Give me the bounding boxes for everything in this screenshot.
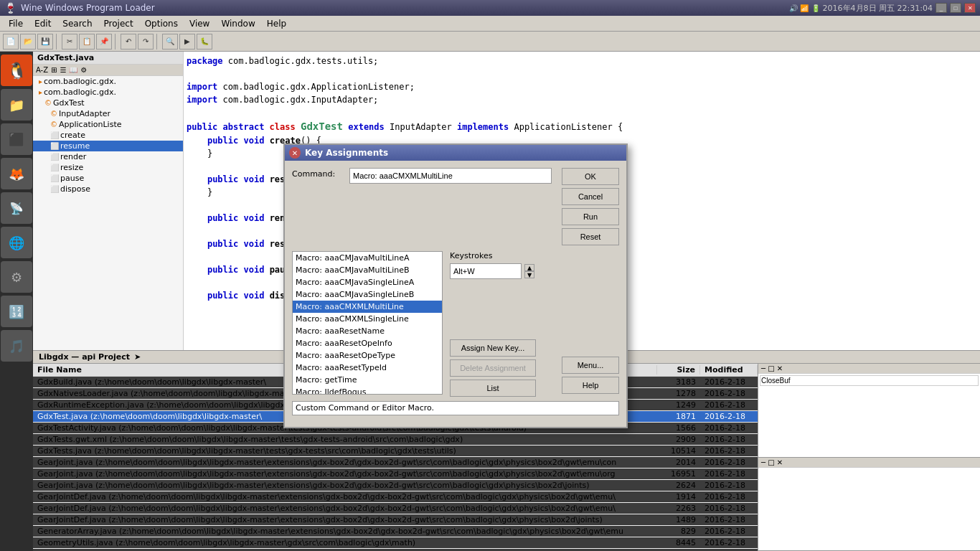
dialog-list-item[interactable]: Macro: IldefBogus: [293, 386, 442, 395]
file-cell-modified: 2016-2-18: [700, 468, 758, 479]
tb-debug[interactable]: 🐛: [197, 34, 212, 50]
file-cell-size: 2909: [657, 434, 700, 445]
sidebar-music[interactable]: 🎵: [1, 330, 32, 362]
dialog-list-button[interactable]: List: [450, 380, 536, 397]
tree-item-label: resume: [60, 141, 90, 151]
close-button[interactable]: ✕: [964, 3, 976, 13]
menu-item-help[interactable]: Help: [261, 17, 292, 30]
file-list-row[interactable]: GearJoint.java (z:\home\doom\doom\libgdx…: [33, 468, 758, 480]
mini-panel-input[interactable]: [760, 375, 979, 386]
file-list-row[interactable]: GearJoint.java (z:\home\doom\doom\libgdx…: [33, 480, 758, 491]
menu-item-view[interactable]: View: [184, 17, 215, 30]
tree-item[interactable]: ▸com.badlogic.gdx.: [33, 76, 183, 87]
tree-icon2[interactable]: ⊞: [51, 66, 57, 74]
dialog-assign-key-button[interactable]: Assign New Key...: [450, 339, 536, 357]
menu-item-search[interactable]: Search: [57, 17, 98, 30]
tb-cut[interactable]: ✂: [62, 34, 77, 50]
dialog-list-item[interactable]: Macro: getTime: [293, 374, 442, 386]
toolbar: 📄 📂 💾 ✂ 📋 📌 ↶ ↷ 🔍 ▶ 🐛: [0, 32, 980, 52]
file-list-row[interactable]: GdxTests.gwt.xml (z:\home\doom\doom\libg…: [33, 434, 758, 446]
tb-run[interactable]: ▶: [179, 34, 195, 50]
tree-item[interactable]: ©ApplicationListe: [33, 119, 183, 130]
menu-item-edit[interactable]: Edit: [29, 17, 57, 30]
sidebar-chrome[interactable]: 🌐: [1, 227, 32, 258]
tree-sort-icon[interactable]: A-Z: [36, 66, 48, 74]
file-list-row[interactable]: GearJointDef.java (z:\home\doom\doom\lib…: [33, 514, 758, 526]
tree-item[interactable]: ⬜resume: [33, 141, 183, 151]
file-list-row[interactable]: GearJointDef.java (z:\home\doom\doom\lib…: [33, 503, 758, 514]
dialog-reset-button[interactable]: Reset: [562, 228, 619, 245]
dialog-list-item[interactable]: Macro: aaaCMXMLMultiLine: [293, 301, 442, 313]
file-list-row[interactable]: GdxTests.java (z:\home\doom\doom\libgdx\…: [33, 446, 758, 457]
dialog-titlebar: ✕ Key Assignments: [285, 145, 626, 161]
dialog-menu-button[interactable]: Menu...: [562, 357, 619, 374]
tree-icon3[interactable]: ☰: [60, 66, 66, 74]
tree-item[interactable]: ⬜dispose: [33, 184, 183, 194]
dialog-help-button[interactable]: Help: [562, 377, 619, 394]
dialog-cancel-button[interactable]: Cancel: [562, 188, 619, 205]
menu-item-options[interactable]: Options: [139, 17, 184, 30]
file-cell-size: 3183: [657, 377, 700, 387]
tree-item[interactable]: ▸com.badlogic.gdx.: [33, 87, 183, 98]
sidebar-settings[interactable]: ⚙: [1, 261, 32, 293]
sidebar-ubuntu[interactable]: 🐧: [1, 55, 32, 86]
scroll-down[interactable]: ▼: [524, 271, 534, 278]
menu-item-file[interactable]: File: [3, 17, 29, 30]
maximize-button[interactable]: □: [950, 3, 961, 13]
tb-undo[interactable]: ↶: [121, 34, 136, 50]
dialog-delete-assignment-button[interactable]: Delete Assignment: [450, 359, 536, 377]
sidebar-terminal[interactable]: ⬛: [1, 123, 32, 155]
sidebar-files[interactable]: 📁: [1, 89, 32, 121]
sidebar-calc[interactable]: 🔢: [1, 296, 32, 327]
file-cell-modified: 2016-2-18: [700, 537, 758, 548]
dialog-list-item[interactable]: Macro: aaaCMJavaMultiLineA: [293, 252, 442, 264]
file-cell-modified: 2016-2-18: [700, 411, 758, 422]
tree-item[interactable]: ⬜pause: [33, 173, 183, 184]
keystroke-scroll: ▲ ▼: [524, 264, 534, 278]
tree-area: ▸com.badlogic.gdx.▸com.badlogic.gdx.©Gdx…: [33, 76, 183, 350]
dialog-command-input[interactable]: [349, 168, 552, 184]
tb-new[interactable]: 📄: [3, 34, 19, 50]
dialog-list-item[interactable]: Macro: aaaCMXMLSingleLine: [293, 313, 442, 325]
menu-item-project[interactable]: Project: [98, 17, 139, 30]
tb-search[interactable]: 🔍: [162, 34, 178, 50]
keystroke-input[interactable]: [450, 263, 522, 279]
dialog-list-item[interactable]: Macro: aaaResetName: [293, 325, 442, 337]
tree-item-icon: ⬜: [50, 164, 59, 171]
dialog-list-item[interactable]: Macro: aaaResetOpeType: [293, 349, 442, 362]
tree-icon4[interactable]: 📖: [69, 66, 77, 74]
file-list-row[interactable]: GearJointDef.java (z:\home\doom\doom\lib…: [33, 491, 758, 503]
dialog-command-list[interactable]: Macro: aaaCMJavaMultiLineAMacro: aaaCMJa…: [292, 251, 443, 395]
tb-paste[interactable]: 📌: [96, 34, 112, 50]
dialog-command-label: Command:: [292, 168, 342, 179]
dialog-list-item[interactable]: Macro: aaaCMJavaSingleLineB: [293, 288, 442, 301]
tree-item[interactable]: ©InputAdapter: [33, 108, 183, 119]
dialog-close-button[interactable]: ✕: [289, 147, 301, 159]
sidebar-ftp[interactable]: 📡: [1, 192, 32, 224]
tree-item[interactable]: ©GdxTest: [33, 98, 183, 108]
dialog-ok-button[interactable]: OK: [562, 168, 619, 185]
dialog-list-item[interactable]: Macro: aaaResetOpeInfo: [293, 337, 442, 349]
dialog-list-item[interactable]: Macro: aaaCMJavaSingleLineA: [293, 276, 442, 288]
tb-save[interactable]: 💾: [37, 34, 53, 50]
tb-open[interactable]: 📂: [20, 34, 36, 50]
tb-redo[interactable]: ↷: [138, 34, 154, 50]
file-list-row[interactable]: GearJoint.java (z:\home\doom\doom\libgdx…: [33, 457, 758, 468]
scroll-up[interactable]: ▲: [524, 264, 534, 271]
dialog-run-button[interactable]: Run: [562, 208, 619, 225]
tree-item[interactable]: ⬜create: [33, 130, 183, 141]
menu-item-window[interactable]: Window: [215, 17, 260, 30]
tb-copy[interactable]: 📋: [79, 34, 95, 50]
file-list-row[interactable]: GeometryUtils.java (z:\home\doom\doom\li…: [33, 537, 758, 549]
dialog-list-item[interactable]: Macro: aaaResetTypeId: [293, 362, 442, 374]
tree-item[interactable]: ⬜resize: [33, 162, 183, 173]
tree-item-label: InputAdapter: [59, 109, 110, 118]
file-list-row[interactable]: GeneratorArray.java (z:\home\doom\doom\l…: [33, 526, 758, 537]
minimize-button[interactable]: _: [936, 3, 947, 13]
tree-item[interactable]: ⬜render: [33, 151, 183, 162]
sidebar-browser[interactable]: 🦊: [1, 158, 32, 189]
mini-panel-bottom-content: [758, 468, 980, 551]
bottom-arrow: ➤: [134, 352, 141, 362]
tree-icon5[interactable]: ⚙: [80, 66, 87, 74]
dialog-list-item[interactable]: Macro: aaaCMJavaMultiLineB: [293, 264, 442, 276]
